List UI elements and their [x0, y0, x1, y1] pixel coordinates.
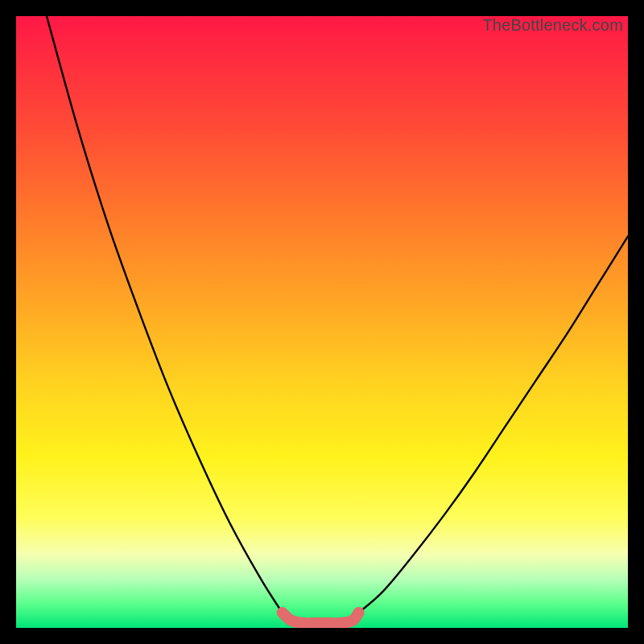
- chart-frame: TheBottleneck.com: [0, 0, 644, 644]
- curve-right: [359, 237, 628, 613]
- chart-svg: [16, 16, 628, 628]
- chart-plot-area: TheBottleneck.com: [16, 16, 628, 628]
- curve-left: [47, 16, 283, 613]
- trough-highlight: [283, 613, 359, 623]
